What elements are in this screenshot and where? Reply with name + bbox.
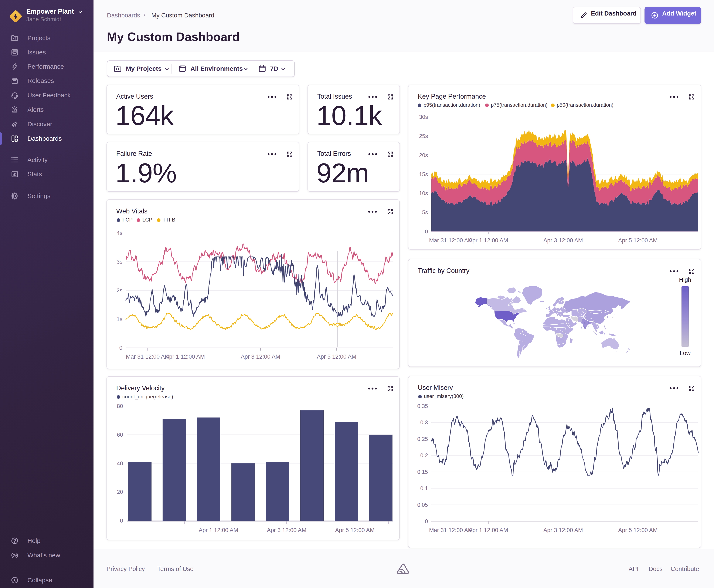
svg-text:1s: 1s bbox=[117, 316, 123, 322]
svg-text:0: 0 bbox=[425, 518, 428, 524]
svg-text:Apr 5 12:00 AM: Apr 5 12:00 AM bbox=[618, 527, 658, 533]
svg-text:Apr 1 12:00 AM: Apr 1 12:00 AM bbox=[165, 354, 205, 360]
svg-text:Apr 3 12:00 AM: Apr 3 12:00 AM bbox=[543, 527, 583, 533]
svg-text:Mar 31 12:00 AM: Mar 31 12:00 AM bbox=[126, 354, 170, 360]
svg-text:Apr 1 12:00 AM: Apr 1 12:00 AM bbox=[469, 237, 508, 244]
svg-text:0.1: 0.1 bbox=[420, 485, 428, 491]
svg-text:Apr 3 12:00 AM: Apr 3 12:00 AM bbox=[543, 237, 583, 244]
svg-text:30s: 30s bbox=[419, 114, 428, 120]
svg-text:Apr 5 12:00 AM: Apr 5 12:00 AM bbox=[618, 237, 658, 244]
svg-text:0.15: 0.15 bbox=[417, 469, 428, 475]
svg-text:15s: 15s bbox=[419, 171, 428, 177]
svg-text:2s: 2s bbox=[117, 287, 123, 294]
svg-text:0: 0 bbox=[120, 518, 123, 524]
svg-text:80: 80 bbox=[117, 403, 123, 409]
svg-text:25s: 25s bbox=[419, 133, 428, 139]
svg-text:Apr 5 12:00 AM: Apr 5 12:00 AM bbox=[317, 354, 356, 360]
svg-text:Apr 3 12:00 AM: Apr 3 12:00 AM bbox=[241, 354, 280, 360]
svg-text:5s: 5s bbox=[422, 209, 428, 215]
svg-text:Apr 1 12:00 AM: Apr 1 12:00 AM bbox=[199, 527, 238, 533]
svg-text:Apr 1 12:00 AM: Apr 1 12:00 AM bbox=[469, 527, 508, 533]
svg-text:0: 0 bbox=[120, 344, 123, 351]
svg-text:Low: Low bbox=[679, 350, 691, 356]
svg-text:Mar 31 12:00 AM: Mar 31 12:00 AM bbox=[429, 527, 473, 533]
svg-text:0.3: 0.3 bbox=[420, 419, 428, 425]
svg-text:40: 40 bbox=[117, 460, 123, 467]
svg-text:0.25: 0.25 bbox=[417, 436, 428, 442]
svg-text:60: 60 bbox=[117, 432, 123, 438]
svg-text:Mar 31 12:00 AM: Mar 31 12:00 AM bbox=[429, 237, 473, 244]
svg-text:0: 0 bbox=[425, 228, 428, 235]
svg-text:4s: 4s bbox=[117, 230, 123, 236]
svg-text:20s: 20s bbox=[419, 152, 428, 159]
svg-text:Apr 5 12:00 AM: Apr 5 12:00 AM bbox=[335, 527, 375, 533]
svg-text:0.05: 0.05 bbox=[417, 502, 428, 508]
svg-text:Apr 3 12:00 AM: Apr 3 12:00 AM bbox=[267, 527, 306, 533]
svg-text:0.35: 0.35 bbox=[417, 403, 428, 409]
svg-text:10s: 10s bbox=[419, 190, 428, 196]
svg-text:3s: 3s bbox=[117, 258, 123, 265]
svg-text:0.2: 0.2 bbox=[420, 452, 428, 459]
svg-text:20: 20 bbox=[117, 489, 123, 495]
svg-text:High: High bbox=[679, 276, 691, 283]
